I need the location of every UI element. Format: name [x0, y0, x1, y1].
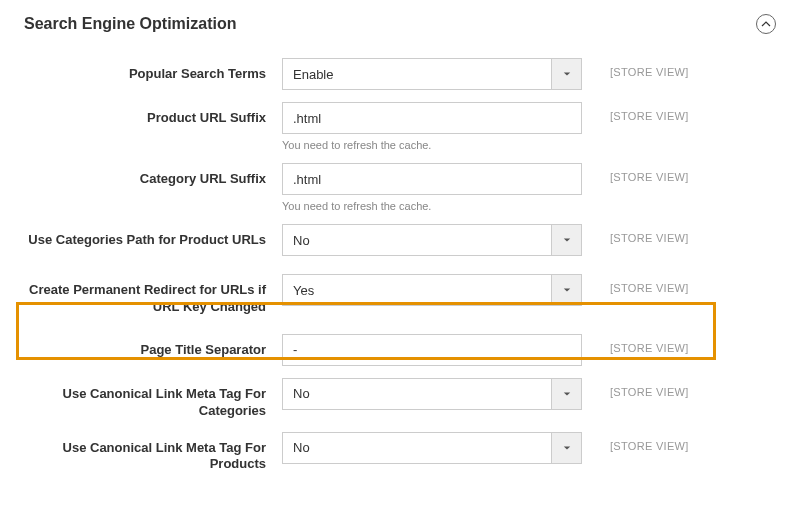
- row-canonical-categories: Use Canonical Link Meta Tag For Categori…: [24, 378, 776, 420]
- select-value: No: [283, 233, 551, 248]
- section-title: Search Engine Optimization: [24, 15, 236, 33]
- input-page-title-separator[interactable]: [282, 334, 582, 366]
- label-canonical-categories: Use Canonical Link Meta Tag For Categori…: [24, 378, 282, 420]
- select-popular-search-terms[interactable]: Enable: [282, 58, 582, 90]
- scope-label: [STORE VIEW]: [582, 378, 702, 398]
- row-category-url-suffix: Category URL Suffix You need to refresh …: [24, 163, 776, 212]
- select-value: Enable: [283, 67, 551, 82]
- select-use-categories-path[interactable]: No: [282, 224, 582, 256]
- scope-label: [STORE VIEW]: [582, 102, 702, 122]
- scope-label: [STORE VIEW]: [582, 58, 702, 78]
- select-permanent-redirect[interactable]: Yes: [282, 274, 582, 306]
- scope-label: [STORE VIEW]: [582, 274, 702, 294]
- input-category-url-suffix[interactable]: [282, 163, 582, 195]
- row-use-categories-path: Use Categories Path for Product URLs No …: [24, 224, 776, 256]
- chevron-up-icon: [761, 19, 771, 29]
- helper-product-url-suffix: You need to refresh the cache.: [282, 139, 582, 151]
- select-value: No: [283, 386, 551, 401]
- form-area: Popular Search Terms Enable [STORE VIEW]…: [0, 48, 800, 473]
- row-page-title-separator: Page Title Separator [STORE VIEW]: [24, 334, 776, 366]
- collapse-button[interactable]: [756, 14, 776, 34]
- caret-down-icon: [551, 59, 581, 89]
- input-product-url-suffix[interactable]: [282, 102, 582, 134]
- row-product-url-suffix: Product URL Suffix You need to refresh t…: [24, 102, 776, 151]
- label-permanent-redirect: Create Permanent Redirect for URLs if UR…: [24, 274, 282, 316]
- scope-label: [STORE VIEW]: [582, 224, 702, 244]
- row-permanent-redirect: Create Permanent Redirect for URLs if UR…: [24, 268, 776, 322]
- label-page-title-separator: Page Title Separator: [24, 334, 282, 359]
- label-use-categories-path: Use Categories Path for Product URLs: [24, 224, 282, 249]
- scope-label: [STORE VIEW]: [582, 334, 702, 354]
- section-header: Search Engine Optimization: [0, 0, 800, 48]
- caret-down-icon: [551, 275, 581, 305]
- select-canonical-categories[interactable]: No: [282, 378, 582, 410]
- row-popular-search-terms: Popular Search Terms Enable [STORE VIEW]: [24, 58, 776, 90]
- caret-down-icon: [551, 433, 581, 463]
- select-value: No: [283, 440, 551, 455]
- select-canonical-products[interactable]: No: [282, 432, 582, 464]
- caret-down-icon: [551, 379, 581, 409]
- scope-label: [STORE VIEW]: [582, 432, 702, 452]
- scope-label: [STORE VIEW]: [582, 163, 702, 183]
- select-value: Yes: [283, 283, 551, 298]
- helper-category-url-suffix: You need to refresh the cache.: [282, 200, 582, 212]
- caret-down-icon: [551, 225, 581, 255]
- label-canonical-products: Use Canonical Link Meta Tag For Products: [24, 432, 282, 474]
- label-popular-search-terms: Popular Search Terms: [24, 58, 282, 83]
- row-canonical-products: Use Canonical Link Meta Tag For Products…: [24, 432, 776, 474]
- label-product-url-suffix: Product URL Suffix: [24, 102, 282, 127]
- label-category-url-suffix: Category URL Suffix: [24, 163, 282, 188]
